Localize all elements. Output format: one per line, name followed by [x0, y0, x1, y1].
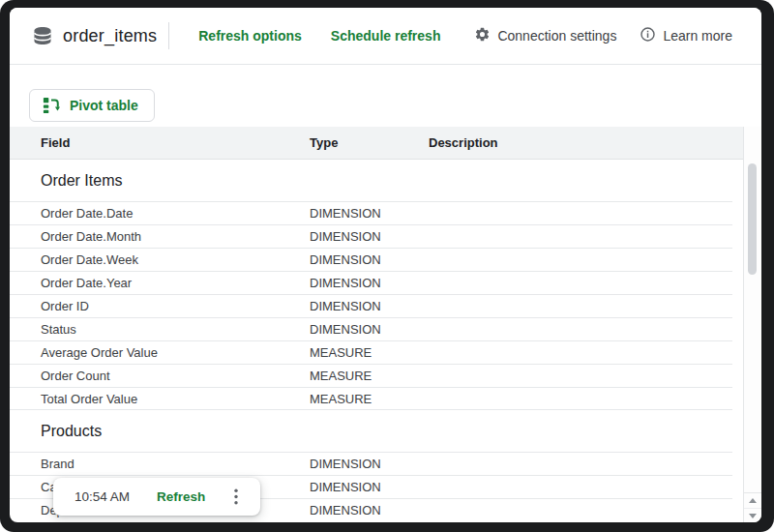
- scrollbar: [743, 127, 761, 522]
- section-title: Products: [41, 423, 102, 440]
- page-title: order_items: [63, 26, 157, 46]
- table-row: Order ID DIMENSION: [10, 294, 732, 317]
- table-row: Average Order Value MEASURE: [10, 340, 732, 364]
- table-row: Total Order Value MEASURE: [10, 387, 732, 410]
- topbar-actions: Connection settings Learn more: [474, 26, 732, 45]
- table-row: Order Date.Date DIMENSION: [10, 201, 732, 224]
- gear-icon: [474, 26, 491, 45]
- pivot-table-label: Pivot table: [70, 98, 138, 113]
- column-header-type: Type: [310, 135, 429, 150]
- learn-more-label: Learn more: [663, 28, 732, 44]
- schedule-refresh-link[interactable]: Schedule refresh: [331, 28, 441, 44]
- scrollbar-thumb[interactable]: [748, 163, 757, 275]
- table-row: Order Date.Year DIMENSION: [10, 271, 732, 294]
- table-row: Order Date.Month DIMENSION: [10, 224, 732, 248]
- top-bar: order_items Refresh options Schedule ref…: [10, 8, 761, 65]
- last-refresh-time: 10:54 AM: [74, 489, 130, 504]
- pivot-table-icon: [43, 97, 60, 114]
- column-header-description: Description: [429, 135, 752, 150]
- refresh-button[interactable]: Refresh: [157, 489, 205, 504]
- column-header-field: Field: [41, 135, 310, 150]
- section-header: Products: [10, 410, 732, 452]
- more-options-button[interactable]: [225, 486, 247, 509]
- table-row: Order Date.Week DIMENSION: [10, 248, 732, 271]
- scroll-up-icon: [749, 498, 757, 503]
- table-row: Order Count MEASURE: [10, 364, 732, 387]
- section-header: Order Items: [10, 160, 732, 201]
- section-title: Order Items: [41, 172, 122, 190]
- scroll-down-icon: [749, 514, 757, 518]
- refresh-toast: 10:54 AM Refresh: [53, 478, 260, 516]
- title-divider: [168, 22, 169, 49]
- scroll-buttons: [744, 492, 761, 522]
- field-table: Field Type Description Order Items Order…: [10, 127, 761, 521]
- table-row: Brand DIMENSION: [10, 452, 732, 475]
- scroll-down-button[interactable]: [744, 508, 761, 522]
- window-frame: order_items Refresh options Schedule ref…: [0, 0, 774, 532]
- connection-settings-label: Connection settings: [497, 28, 616, 44]
- table-row: Status DIMENSION: [10, 317, 732, 340]
- database-icon: [32, 25, 53, 46]
- pivot-table-button[interactable]: Pivot table: [29, 89, 155, 122]
- connected-sheet-window: order_items Refresh options Schedule ref…: [10, 8, 761, 522]
- refresh-options-link[interactable]: Refresh options: [198, 28, 302, 44]
- table-header-row: Field Type Description: [10, 127, 752, 160]
- toolbar: Pivot table: [10, 65, 761, 127]
- kebab-menu-icon: [234, 488, 238, 505]
- connection-settings-button[interactable]: Connection settings: [474, 26, 616, 45]
- info-icon: [640, 26, 656, 45]
- learn-more-button[interactable]: Learn more: [640, 26, 732, 45]
- scroll-up-button[interactable]: [744, 493, 761, 508]
